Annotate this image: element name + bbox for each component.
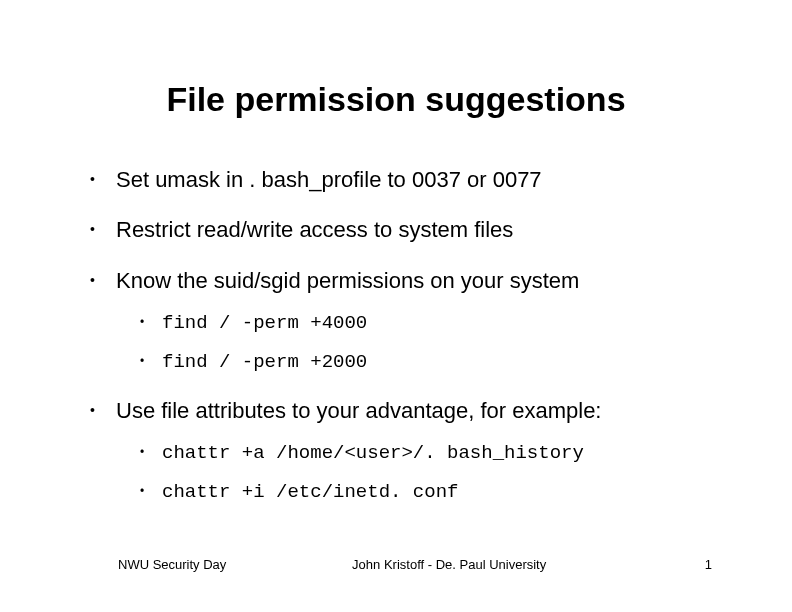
- bullet-text: Use file attributes to your advantage, f…: [116, 398, 601, 423]
- code-text: find / -perm +4000: [162, 312, 367, 334]
- bullet-item: Set umask in . bash_profile to 0037 or 0…: [84, 167, 712, 193]
- slide-title: File permission suggestions: [80, 80, 712, 119]
- code-text: find / -perm +2000: [162, 351, 367, 373]
- bullet-item: Know the suid/sgid permissions on your s…: [84, 268, 712, 374]
- bullet-item: Restrict read/write access to system fil…: [84, 217, 712, 243]
- footer-center: John Kristoff - De. Paul University: [226, 557, 672, 572]
- page-number: 1: [672, 557, 712, 572]
- slide-footer: NWU Security Day John Kristoff - De. Pau…: [0, 557, 792, 572]
- sub-bullet-list: find / -perm +4000 find / -perm +2000: [116, 312, 712, 374]
- sub-bullet-item: chattr +i /etc/inetd. conf: [138, 481, 712, 504]
- sub-bullet-item: find / -perm +2000: [138, 351, 712, 374]
- sub-bullet-item: chattr +a /home/<user>/. bash_history: [138, 442, 712, 465]
- bullet-text: Restrict read/write access to system fil…: [116, 217, 513, 242]
- sub-bullet-list: chattr +a /home/<user>/. bash_history ch…: [116, 442, 712, 504]
- sub-bullet-item: find / -perm +4000: [138, 312, 712, 335]
- bullet-text: Set umask in . bash_profile to 0037 or 0…: [116, 167, 542, 192]
- bullet-item: Use file attributes to your advantage, f…: [84, 398, 712, 504]
- code-text: chattr +a /home/<user>/. bash_history: [162, 442, 584, 464]
- bullet-text: Know the suid/sgid permissions on your s…: [116, 268, 579, 293]
- code-text: chattr +i /etc/inetd. conf: [162, 481, 458, 503]
- bullet-list: Set umask in . bash_profile to 0037 or 0…: [80, 167, 712, 504]
- slide: File permission suggestions Set umask in…: [0, 0, 792, 612]
- footer-left: NWU Security Day: [118, 557, 226, 572]
